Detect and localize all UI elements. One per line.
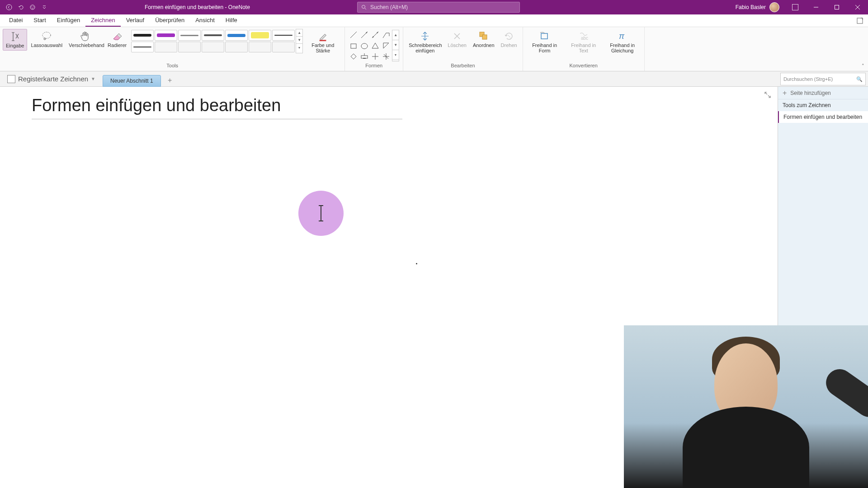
notebook-dropdown[interactable]: Registerkarte Zeichnen ▼: [4, 73, 99, 85]
shape-item-5[interactable]: [359, 41, 369, 51]
pen-preset-1[interactable]: [155, 30, 177, 41]
delete-button: Löschen: [445, 29, 469, 50]
user-account[interactable]: Fabio Basler: [730, 2, 785, 12]
add-page-button[interactable]: + Seite hinzufügen: [778, 87, 868, 99]
shape-item-10[interactable]: [370, 52, 380, 61]
ink-shape-icon: [539, 31, 550, 42]
pen-preset-5[interactable]: [249, 30, 271, 41]
fullscreen-icon[interactable]: [764, 91, 773, 100]
svg-rect-9: [320, 40, 326, 41]
ribbon-tab-datei[interactable]: Datei: [4, 14, 28, 27]
shape-item-6[interactable]: [370, 41, 380, 51]
pen-preset-4[interactable]: [225, 30, 248, 41]
ribbon: Eingabe Lassoauswahl Verschiebehand Radi…: [0, 27, 868, 71]
pen-preset-empty: [178, 42, 201, 52]
page-title-container[interactable]: Formen einfügen und bearbeiten: [32, 96, 402, 119]
shape-item-9[interactable]: [359, 52, 369, 61]
svg-rect-6: [857, 18, 863, 23]
insert-space-button[interactable]: Schreibbereich einfügen: [406, 29, 444, 55]
scroll-up-icon[interactable]: ▲: [392, 30, 399, 40]
group-label: Tools: [166, 63, 178, 69]
pen-preset-empty: [249, 42, 271, 52]
pan-button[interactable]: Verschiebehand: [66, 29, 104, 50]
gallery-expand-icon[interactable]: ▾: [392, 50, 399, 60]
color-width-button[interactable]: Farbe und Stärke: [304, 29, 342, 55]
search-box[interactable]: Suchen (Alt+M): [357, 2, 520, 13]
hand-icon: [80, 31, 90, 42]
back-icon[interactable]: [5, 4, 13, 11]
svg-point-17: [361, 43, 368, 49]
svg-line-10: [350, 32, 357, 38]
pen-preset-empty: [225, 42, 248, 52]
ribbon-tab-ansicht[interactable]: Ansicht: [190, 14, 220, 27]
pen-preset-0[interactable]: [131, 30, 154, 41]
page-item[interactable]: Tools zum Zeichnen: [778, 99, 868, 111]
pen-preset-2[interactable]: [178, 30, 201, 41]
pen-preset-empty: [155, 42, 177, 52]
scroll-up-icon[interactable]: ▲: [296, 29, 302, 37]
qat-dropdown-icon[interactable]: [41, 4, 48, 11]
shape-item-2[interactable]: [370, 30, 380, 40]
arrange-button[interactable]: Anordnen: [470, 29, 497, 50]
pen-preset-3[interactable]: [202, 30, 224, 41]
minimize-button[interactable]: [806, 0, 826, 14]
plus-icon: +: [783, 89, 787, 97]
ribbon-tab-hilfe[interactable]: Hilfe: [220, 14, 243, 27]
ribbon-tab-start[interactable]: Start: [28, 14, 51, 27]
ribbon-tab-einfügen[interactable]: Einfügen: [52, 14, 85, 27]
ribbon-tab-zeichnen[interactable]: Zeichnen: [85, 14, 120, 27]
pen-gallery-scroll[interactable]: ▲ ▼ ▾: [296, 29, 303, 53]
ribbon-tab-verlauf[interactable]: Verlauf: [121, 14, 150, 27]
gallery-expand-icon[interactable]: ▾: [296, 44, 302, 51]
eraser-button[interactable]: Radierer: [105, 29, 129, 50]
undo-icon[interactable]: [17, 4, 24, 11]
avatar: [769, 2, 779, 12]
pen-preset-extra[interactable]: [131, 42, 154, 52]
ribbon-tab-überprüfen[interactable]: Überprüfen: [150, 14, 190, 27]
ink-to-math-button[interactable]: π Freihand in Gleichung: [604, 29, 642, 55]
pen-preset-empty: [202, 42, 224, 52]
svg-marker-18: [372, 43, 378, 48]
user-name: Fabio Basler: [736, 4, 766, 10]
lasso-button[interactable]: Lassoauswahl: [28, 29, 65, 50]
share-icon[interactable]: [855, 16, 864, 25]
add-section-button[interactable]: +: [165, 75, 175, 86]
cursor-highlight: [298, 191, 344, 236]
svg-point-1: [30, 5, 35, 9]
pen-gallery: [130, 29, 296, 53]
scroll-down-icon[interactable]: ▼: [296, 37, 302, 44]
ribbon-tabs: DateiStartEinfügenZeichnenVerlaufÜberprü…: [0, 14, 868, 27]
eingabe-button[interactable]: Eingabe: [3, 29, 27, 51]
microphone: [821, 364, 868, 422]
svg-rect-31: [541, 33, 547, 39]
chevron-down-icon: ▼: [91, 76, 95, 81]
shape-gallery-scroll[interactable]: ▲ ▼ ▾: [392, 30, 399, 61]
section-tab[interactable]: Neuer Abschnitt 1: [103, 75, 161, 87]
delete-icon: [452, 31, 462, 42]
svg-marker-19: [383, 43, 389, 48]
shape-item-8[interactable]: [349, 52, 359, 61]
svg-text:abc: abc: [581, 36, 588, 41]
shape-item-4[interactable]: [349, 41, 359, 51]
page-search-box[interactable]: Durchsuchen (Strg+E) 🔍: [780, 73, 866, 85]
shape-item-11[interactable]: [381, 52, 391, 61]
scroll-down-icon[interactable]: ▼: [392, 40, 399, 50]
shape-gallery: ▲ ▼ ▾: [348, 29, 400, 62]
shape-item-1[interactable]: [359, 30, 369, 40]
page-item[interactable]: Formen einfügen und bearbeiten: [778, 111, 868, 123]
svg-point-2: [31, 6, 32, 7]
touch-mode-icon[interactable]: [29, 4, 36, 11]
group-label: Konvertieren: [569, 63, 597, 69]
ink-to-shape-button[interactable]: Freihand in Form: [526, 29, 564, 55]
arrange-icon: [478, 31, 489, 42]
collapse-ribbon-icon[interactable]: ˄: [862, 63, 864, 69]
shape-item-3[interactable]: [381, 30, 391, 40]
maximize-button[interactable]: [826, 0, 847, 14]
pen-preset-6[interactable]: [272, 30, 295, 41]
rotate-button: Drehen: [498, 29, 520, 50]
shape-item-7[interactable]: [381, 41, 391, 51]
shape-item-0[interactable]: [349, 30, 359, 40]
close-button[interactable]: [847, 0, 868, 14]
ribbon-display-icon[interactable]: [785, 0, 806, 14]
page-title[interactable]: Formen einfügen und bearbeiten: [32, 96, 402, 119]
